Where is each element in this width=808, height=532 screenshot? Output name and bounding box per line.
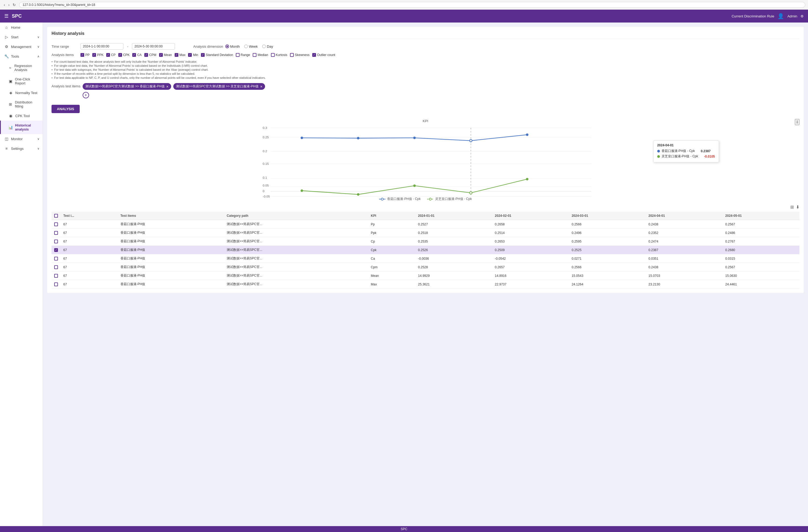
radio-week[interactable]: Week xyxy=(244,44,258,49)
tag-2[interactable]: 测试数据>>简易SPC官方测试数据 >> 灵芝皇口服液-PH值 × xyxy=(173,83,265,90)
cb-label-min: Min xyxy=(193,53,198,57)
row-kpi: Max xyxy=(368,280,415,289)
table-grid-view-button[interactable]: ⊞ xyxy=(790,205,794,210)
cb-ppk[interactable]: ✓PPK xyxy=(92,53,104,57)
cb-stddev[interactable]: ✓Standard Deviation xyxy=(201,53,233,57)
row-select-cell xyxy=(52,263,61,271)
download-chart-button[interactable]: ⬇ xyxy=(795,119,800,125)
date-to-input[interactable] xyxy=(132,43,175,50)
cb-cpm[interactable]: ✓CPM xyxy=(144,53,157,57)
sidebar-item-normality[interactable]: ◈ Normality Test xyxy=(0,88,43,98)
cb-label-cp: CP xyxy=(111,53,116,57)
settings-icon: ⚙ xyxy=(801,14,804,18)
tag-1-text: 测试数据>>简易SPC官方测试数据 >> 香菇口服液-PH值 xyxy=(85,84,165,89)
cb-median[interactable]: Median xyxy=(253,53,268,57)
svg-point-23 xyxy=(414,184,416,187)
sidebar-item-oneclick[interactable]: ▣ One-Click Report xyxy=(0,75,43,88)
table-row[interactable]: 67 香菇口服液-PH值 测试数据>>简易SPC官... Pp 0.2527 0… xyxy=(52,220,800,229)
row-v4: 0.2438 xyxy=(646,220,722,229)
cb-label-kurtosis: Kurtosis xyxy=(276,53,287,57)
cb-range[interactable]: Range xyxy=(236,53,250,57)
cb-mean[interactable]: ✓Mean xyxy=(159,53,172,57)
forward-button[interactable]: › xyxy=(7,2,11,7)
cb-box-outlier: ✓ xyxy=(312,53,316,57)
select-all-checkbox[interactable] xyxy=(54,214,58,217)
radio-month[interactable]: Month xyxy=(225,44,240,49)
th-kpi: KPI xyxy=(368,212,415,220)
settings-sidebar-icon: ≡ xyxy=(4,146,9,151)
tag-2-close[interactable]: × xyxy=(260,85,262,89)
cb-label-ppk: PPK xyxy=(97,53,104,57)
cb-max[interactable]: ✓Max xyxy=(175,53,186,57)
chevron-down-icon-mgmt: ∨ xyxy=(37,45,39,49)
radio-label-month: Month xyxy=(230,44,240,49)
cb-min[interactable]: ✓Min xyxy=(188,53,198,57)
tag-1[interactable]: 测试数据>>简易SPC官方测试数据 >> 香菇口服液-PH值 × xyxy=(82,83,171,90)
menu-icon[interactable]: ☰ xyxy=(4,13,8,19)
sidebar-item-distribution[interactable]: ⊞ Distribution fitting xyxy=(0,98,43,111)
row-checkbox[interactable] xyxy=(54,265,58,269)
row-checkbox[interactable] xyxy=(54,223,58,226)
th-category: Category path xyxy=(224,212,368,220)
cb-cpk[interactable]: ✓CPK xyxy=(118,53,130,57)
tooltip-label-1: 香菇口服液-PH值 - Cpk xyxy=(662,149,695,153)
back-button[interactable]: ‹ xyxy=(3,2,6,7)
table-row[interactable]: 67 香菇口服液-PH值 测试数据>>简易SPC官... Cpm 0.2528 … xyxy=(52,263,800,271)
table-row[interactable]: 67 香菇口服液-PH值 测试数据>>简易SPC官... Ca -0.0036 … xyxy=(52,254,800,263)
sidebar-item-start[interactable]: ▷ Start ∨ xyxy=(0,32,43,42)
table-row[interactable]: 67 香菇口服液-PH值 测试数据>>简易SPC官... Mean 14.992… xyxy=(52,271,800,280)
cb-pp[interactable]: ✓PP xyxy=(80,53,90,57)
cb-cp[interactable]: ✓CP xyxy=(106,53,116,57)
app-container: ☰ SPC Current Discrimination Rule 👤 Admi… xyxy=(0,10,808,532)
sidebar-item-settings[interactable]: ≡ Settings ∨ xyxy=(0,144,43,153)
note-1: •For count-based test data, the above an… xyxy=(52,60,800,63)
nav-buttons[interactable]: ‹ › ↻ xyxy=(3,2,17,7)
sidebar-item-monitor[interactable]: ◫ Monitor ∨ xyxy=(0,134,43,144)
row-checkbox[interactable] xyxy=(54,240,58,243)
row-kpi: Mean xyxy=(368,271,415,280)
cb-kurtosis[interactable]: Kurtosis xyxy=(271,53,287,57)
date-from-input[interactable] xyxy=(80,43,123,50)
row-checkbox[interactable] xyxy=(54,283,58,286)
table-row[interactable]: 67 香菇口服液-PH值 测试数据>>简易SPC官... Cp 0.2535 0… xyxy=(52,237,800,246)
row-checkbox[interactable] xyxy=(54,231,58,235)
row-checkbox[interactable] xyxy=(54,274,58,278)
sidebar-item-historical[interactable]: 📊 Historical analysis xyxy=(0,120,43,134)
table-row[interactable]: 67 香菇口服液-PH值 测试数据>>简易SPC官... Max 25.3621… xyxy=(52,280,800,289)
sidebar-item-tools[interactable]: 🔧 Tools ∧ xyxy=(0,52,43,61)
row-v5: 0.2486 xyxy=(723,229,800,237)
cb-ca[interactable]: ✓CA xyxy=(132,53,142,57)
sidebar-item-management[interactable]: ⚙ Management ∨ xyxy=(0,42,43,52)
sidebar-item-home[interactable]: ⌂ Home xyxy=(0,22,43,32)
refresh-button[interactable]: ↻ xyxy=(12,2,17,7)
svg-text:2024-03-01: 2024-03-01 xyxy=(403,199,418,199)
svg-text:2024-01-01: 2024-01-01 xyxy=(291,199,305,199)
radio-day[interactable]: Day xyxy=(262,44,273,49)
table-download-button[interactable]: ⬇ xyxy=(796,205,800,210)
analysis-button[interactable]: ANALYSIS xyxy=(52,105,80,113)
cb-outlier[interactable]: ✓Outlier count xyxy=(312,53,335,57)
sidebar-item-regression[interactable]: ≈ Regression Analysis xyxy=(0,61,43,75)
sidebar-label-regression: Regression Analysis xyxy=(14,64,39,72)
row-test-item: 香菇口服液-PH值 xyxy=(118,280,224,289)
cb-box-min: ✓ xyxy=(188,53,192,57)
row-test-item: 香菇口服液-PH值 xyxy=(118,229,224,237)
tooltip-val-1: 0.2387 xyxy=(701,149,711,153)
row-checkbox[interactable] xyxy=(54,257,58,261)
cb-skewness[interactable]: Skewness xyxy=(290,53,310,57)
tooltip-dot-1 xyxy=(657,150,660,152)
row-checkbox[interactable]: ✓ xyxy=(54,248,58,252)
svg-text:-0.05: -0.05 xyxy=(263,194,270,198)
th-2024-01: 2024-01-01 xyxy=(415,212,492,220)
row-select-cell xyxy=(52,229,61,237)
svg-text:2024-04-01: 2024-04-01 xyxy=(460,199,474,199)
note-5: •For test data applicable to NP, C, P, a… xyxy=(52,76,800,79)
tag-1-close[interactable]: × xyxy=(166,85,168,89)
row-v5: 15.0630 xyxy=(723,271,800,280)
address-bar[interactable]: 127.0.0.1:5001/history?menu_id=30&parent… xyxy=(19,2,805,8)
tooltip-item-1: 香菇口服液-PH值 - Cpk 0.2387 xyxy=(657,149,715,153)
add-tag-button[interactable]: + xyxy=(82,92,89,98)
table-row[interactable]: 67 香菇口服液-PH值 测试数据>>简易SPC官... Ppk 0.2518 … xyxy=(52,229,800,237)
table-row[interactable]: ✓ 67 香菇口服液-PH值 测试数据>>简易SPC官... Cpk 0.252… xyxy=(52,246,800,254)
sidebar-item-cpk[interactable]: ◉ CPK Tool xyxy=(0,111,43,120)
